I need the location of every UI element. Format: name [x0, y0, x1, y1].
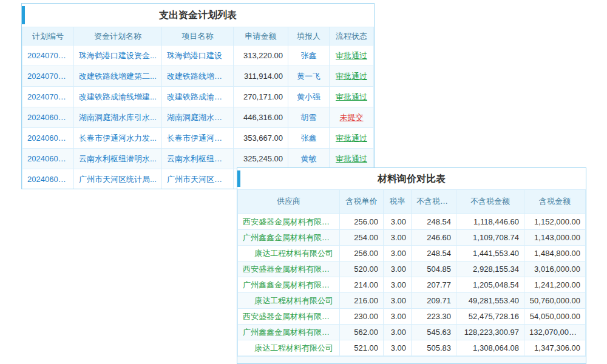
- plan-column-header: 申请金额: [234, 27, 288, 46]
- tax-rate: 3.00: [384, 325, 412, 340]
- filler-name[interactable]: 黄一飞: [288, 66, 330, 87]
- filler-name[interactable]: 张鑫: [288, 46, 330, 66]
- quote-table-body: 西安盛器金属材料有限公司256.003.00248.541,118,446.60…: [238, 214, 586, 356]
- table-row: 2024070001改建铁路成渝线增建...改建铁路成渝线增...270,171…: [22, 87, 374, 107]
- quote-column-header: 税率: [384, 190, 412, 214]
- supplier-name-link[interactable]: 广州鑫鑫金属材料有限公司: [238, 230, 340, 246]
- tax-excl-amount: 1,118,446.60: [456, 214, 524, 230]
- plan-number-link[interactable]: 2024060009: [22, 149, 74, 169]
- project-name-link[interactable]: 广州市天河区统计...: [162, 169, 234, 190]
- fund-plan-name-link[interactable]: 湖南洞庭湖水库引水...: [74, 107, 162, 128]
- supplier-name-link[interactable]: 西安盛器金属材料有限公司: [238, 309, 340, 325]
- tax-rate: 3.00: [384, 246, 412, 261]
- tax-incl-unit-price: 214.00: [340, 277, 384, 293]
- plan-header-row: 计划编号资金计划名称项目名称申请金额填报人流程状态: [22, 27, 374, 46]
- process-status-link[interactable]: 审批通过: [330, 149, 374, 169]
- apply-amount: 270,171.00: [234, 87, 288, 107]
- apply-amount: 446,316.00: [234, 107, 288, 128]
- plan-number-link[interactable]: 2024060011: [22, 107, 74, 128]
- filler-name[interactable]: 张鑫: [288, 128, 330, 149]
- table-row: 康达工程材料有限公司521.003.00505.831,308,064.081,…: [238, 340, 586, 356]
- table-row: 广州鑫鑫金属材料有限公司214.003.00207.771,205,048.54…: [238, 277, 586, 293]
- quote-column-header: 含税金额: [524, 190, 586, 214]
- tax-incl-unit-price: 230.00: [340, 309, 384, 325]
- tax-incl-unit-price: 520.00: [340, 261, 384, 277]
- quote-column-header: 不含税金额: [456, 190, 524, 214]
- tax-rate: 3.00: [384, 340, 412, 356]
- process-status-link[interactable]: 审批通过: [330, 87, 374, 107]
- table-row: 2024070003珠海鹤港口建设资金...珠海鹤港口建设313,220.00张…: [22, 46, 374, 66]
- tax-excl-unit-price: 504.85: [412, 261, 456, 277]
- table-row: 康达工程材料有限公司216.003.00209.7149,281,553.405…: [238, 293, 586, 309]
- table-row: 康达工程材料有限公司256.003.00248.541,441,553.401,…: [238, 246, 586, 261]
- tax-excl-unit-price: 223.30: [412, 309, 456, 325]
- supplier-name-link[interactable]: 康达工程材料有限公司: [238, 293, 340, 309]
- table-row: 西安盛器金属材料有限公司520.003.00504.852,928,155.34…: [238, 261, 586, 277]
- material-quote-title: 材料询价对比表: [237, 168, 586, 189]
- project-name-link[interactable]: 云南水利枢纽潜明...: [162, 149, 234, 169]
- apply-amount: 313,220.00: [234, 46, 288, 66]
- supplier-name-link[interactable]: 康达工程材料有限公司: [238, 246, 340, 261]
- tax-incl-unit-price: 521.00: [340, 340, 384, 356]
- plan-number-link[interactable]: 2024060010: [22, 128, 74, 149]
- filler-name[interactable]: 黄敏: [288, 149, 330, 169]
- filler-name[interactable]: 胡雪: [288, 107, 330, 128]
- tax-incl-amount: 1,143,000.00: [524, 230, 586, 246]
- plan-number-link[interactable]: 2024060008: [22, 169, 74, 190]
- tax-incl-amount: 1,152,000.00: [524, 214, 586, 230]
- project-name-link[interactable]: 改建铁路成渝线增...: [162, 87, 234, 107]
- tax-excl-amount: 49,281,553.40: [456, 293, 524, 309]
- tax-excl-unit-price: 248.54: [412, 214, 456, 230]
- supplier-name-link[interactable]: 西安盛器金属材料有限公司: [238, 214, 340, 230]
- tax-incl-unit-price: 256.00: [340, 214, 384, 230]
- expenditure-plan-panel: 支出资金计划列表 计划编号资金计划名称项目名称申请金额填报人流程状态 20240…: [21, 3, 375, 189]
- tax-rate: 3.00: [384, 214, 412, 230]
- process-status-link[interactable]: 审批通过: [330, 128, 374, 149]
- tax-rate: 3.00: [384, 261, 412, 277]
- tax-excl-amount: 1,441,553.40: [456, 246, 524, 261]
- tax-incl-amount: 1,484,800.00: [524, 246, 586, 261]
- fund-plan-name-link[interactable]: 珠海鹤港口建设资金...: [74, 46, 162, 66]
- project-name-link[interactable]: 湖南洞庭湖水库引...: [162, 107, 234, 128]
- plan-number-link[interactable]: 2024070001: [22, 87, 74, 107]
- plan-column-header: 计划编号: [22, 27, 74, 46]
- tax-excl-unit-price: 209.71: [412, 293, 456, 309]
- plan-number-link[interactable]: 2024070002: [22, 66, 74, 87]
- tax-excl-amount: 1,109,708.74: [456, 230, 524, 246]
- quote-column-header: 含税单价: [340, 190, 384, 214]
- plan-number-link[interactable]: 2024070003: [22, 46, 74, 66]
- table-row: 2024060009云南水利枢纽潜明水...云南水利枢纽潜明...325,245…: [22, 149, 374, 169]
- fund-plan-name-link[interactable]: 广州市天河区统计局...: [74, 169, 162, 190]
- tax-incl-amount: 1,347,306.00: [524, 340, 586, 356]
- project-name-link[interactable]: 珠海鹤港口建设: [162, 46, 234, 66]
- fund-plan-name-link[interactable]: 改建铁路线增建第二...: [74, 66, 162, 87]
- project-name-link[interactable]: 改建铁路线增建第...: [162, 66, 234, 87]
- tax-excl-unit-price: 505.83: [412, 340, 456, 356]
- apply-amount: 325,245.00: [234, 149, 288, 169]
- tax-incl-unit-price: 254.00: [340, 230, 384, 246]
- supplier-name-link[interactable]: 广州鑫鑫金属材料有限公司: [238, 277, 340, 293]
- supplier-name-link[interactable]: 康达工程材料有限公司: [238, 340, 340, 356]
- tax-excl-amount: 1,205,048.54: [456, 277, 524, 293]
- table-row: 西安盛器金属材料有限公司256.003.00248.541,118,446.60…: [238, 214, 586, 230]
- supplier-name-link[interactable]: 广州鑫鑫金属材料有限公司: [238, 325, 340, 340]
- process-status-link[interactable]: 审批通过: [330, 66, 374, 87]
- quote-column-header: 不含税单价: [412, 190, 456, 214]
- process-status-link[interactable]: 审批通过: [330, 46, 374, 66]
- plan-column-header: 资金计划名称: [74, 27, 162, 46]
- fund-plan-name-link[interactable]: 云南水利枢纽潜明水...: [74, 149, 162, 169]
- tax-incl-amount: 50,760,000.00: [524, 293, 586, 309]
- process-status-link[interactable]: 未提交: [330, 107, 374, 128]
- supplier-name-link[interactable]: 西安盛器金属材料有限公司: [238, 261, 340, 277]
- tax-incl-unit-price: 216.00: [340, 293, 384, 309]
- tax-incl-amount: 54,050,000.00: [524, 309, 586, 325]
- project-name-link[interactable]: 长春市伊通河水力...: [162, 128, 234, 149]
- tax-excl-unit-price: 248.54: [412, 246, 456, 261]
- filler-name[interactable]: 黄小强: [288, 87, 330, 107]
- fund-plan-name-link[interactable]: 长春市伊通河水力发...: [74, 128, 162, 149]
- tax-excl-unit-price: 545.63: [412, 325, 456, 340]
- tax-excl-amount: 52,475,728.16: [456, 309, 524, 325]
- tax-rate: 3.00: [384, 293, 412, 309]
- fund-plan-name-link[interactable]: 改建铁路成渝线增建...: [74, 87, 162, 107]
- quote-header-row: 供应商含税单价税率不含税单价不含税金额含税金额: [238, 190, 586, 214]
